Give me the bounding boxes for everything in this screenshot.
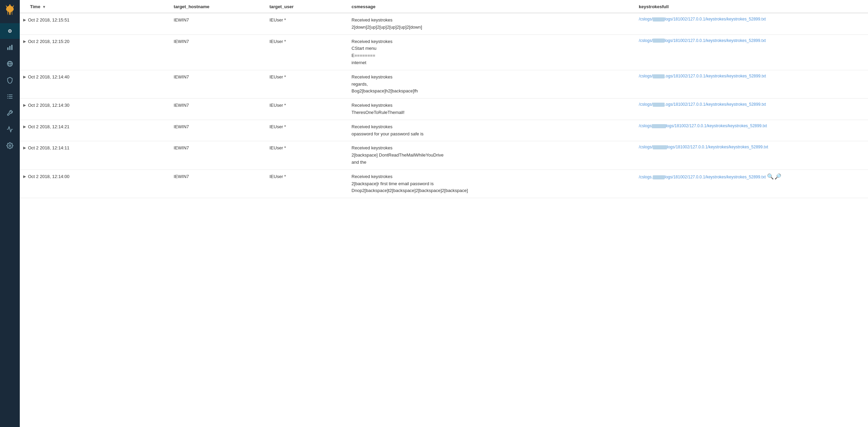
user-cell: IEUser * [266, 141, 348, 170]
keystrokes-link[interactable]: /cslogs/ logs/181002/127.0.0.1/keystroke… [639, 17, 766, 21]
zoom-in-icon[interactable]: 🔍 [767, 173, 774, 180]
zoom-out-icon[interactable]: 🔎 [775, 173, 781, 180]
time-value: Oct 2 2018, 12:14:00 [28, 174, 69, 179]
keystrokes-column-header: keystrokesfull [635, 0, 868, 13]
keystrokes-link[interactable]: /cslogs logs/181002/127.0.0.1/keystrokes… [639, 123, 767, 128]
expand-icon[interactable]: ▶ [23, 74, 26, 79]
table-row: ▶Oct 2 2018, 12:15:20IEWIN7IEUser *Recei… [20, 34, 868, 70]
redacted-text [652, 124, 666, 128]
sidebar-item-globe[interactable] [0, 56, 20, 72]
table-row: ▶Oct 2 2018, 12:15:51IEWIN7IEUser *Recei… [20, 13, 868, 34]
time-header-label: Time [30, 4, 40, 9]
hostname-cell: IEWIN7 [170, 120, 266, 141]
message-line: 2[down]2[up]2[up]2[up]2[up]2[down] [351, 24, 632, 31]
svg-rect-10 [9, 94, 13, 95]
expand-icon[interactable]: ▶ [23, 39, 26, 44]
keystrokes-link[interactable]: /cslogs. logs/181002/127.0.0.1/keystroke… [639, 175, 766, 179]
keystrokes-link[interactable]: /cslogs/ logs/181002/127.0.0.1/keystroke… [639, 145, 768, 149]
message-line: opassword for your password safe is [351, 131, 632, 138]
expand-icon[interactable]: ▶ [23, 145, 26, 150]
table-body: ▶Oct 2 2018, 12:15:51IEWIN7IEUser *Recei… [20, 13, 868, 198]
keystrokes-cell: /cslogs/ .ogs/181002/127.0.0.1/keystroke… [635, 70, 868, 98]
message-line: Bog2[backspace]h2[backspace]fh [351, 88, 632, 95]
keystrokes-cell: /cslogs/ logs/181002/127.0.0.1/keystroke… [635, 34, 868, 70]
sidebar-item-settings[interactable] [0, 138, 20, 153]
time-cell: ▶Oct 2 2018, 12:14:11 [20, 141, 170, 154]
keystrokes-link[interactable]: /cslogs/ .ogs/181002/127.0.0.1/keystroke… [639, 74, 766, 78]
svg-point-0 [9, 4, 11, 6]
expand-icon[interactable]: ▶ [23, 124, 26, 129]
sidebar [0, 0, 20, 427]
hostname-cell: IEWIN7 [170, 99, 266, 120]
time-column-header[interactable]: Time ▼ [20, 0, 170, 13]
sidebar-item-shield[interactable] [0, 72, 20, 88]
sidebar-item-health[interactable] [0, 121, 20, 137]
svg-rect-14 [9, 98, 13, 99]
hostname-cell: IEWIN7 [170, 170, 266, 198]
svg-rect-5 [11, 45, 12, 50]
message-line: E======== [351, 52, 632, 59]
zoom-controls: 🔍🔎 [767, 173, 781, 180]
message-cell: Received keystrokes2[down]2[up]2[up]2[up… [348, 13, 635, 34]
user-cell: IEUser * [266, 170, 348, 198]
time-cell: ▶Oct 2 2018, 12:15:51 [20, 13, 170, 26]
time-value: Oct 2 2018, 12:15:51 [28, 17, 69, 23]
keystrokes-link[interactable]: /cslogs/ .ogs/181002/127.0.0.1/keystroke… [639, 102, 766, 107]
expand-icon[interactable]: ▶ [23, 174, 26, 179]
message-cell: Received keystrokesregards,Bog2[backspac… [348, 70, 635, 98]
redacted-text [653, 145, 667, 149]
message-cell: Received keystrokes 2[backspace]r first … [348, 170, 635, 198]
svg-rect-12 [9, 96, 13, 97]
sidebar-item-analytics[interactable] [0, 40, 20, 55]
heartbeat-icon [6, 126, 13, 133]
logo-icon [4, 4, 16, 16]
keystrokes-cell: /cslogs logs/181002/127.0.0.1/keystrokes… [635, 120, 868, 141]
expand-icon[interactable]: ▶ [23, 103, 26, 107]
svg-point-2 [9, 30, 10, 31]
wrench-icon [6, 109, 13, 116]
message-line: Received keystrokes [351, 173, 632, 180]
keystrokes-cell: /cslogs/ .ogs/181002/127.0.0.1/keystroke… [635, 99, 868, 120]
message-cell: Received keystrokesCStart menuE========i… [348, 34, 635, 70]
time-cell: ▶Oct 2 2018, 12:14:40 [20, 70, 170, 83]
table-row: ▶Oct 2 2018, 12:14:00IEWIN7IEUser *Recei… [20, 170, 868, 198]
hostname-column-header: target_hostname [170, 0, 266, 13]
message-line: Dnop2[backspace]t2[backspace]2[backspace… [351, 187, 632, 194]
keystrokes-link[interactable]: /cslogs/ logs/181002/127.0.0.1/keystroke… [639, 38, 766, 43]
message-line: CStart menu [351, 45, 632, 52]
hostname-cell: IEWIN7 [170, 34, 266, 70]
time-value: Oct 2 2018, 12:14:21 [28, 124, 69, 129]
sidebar-navigation [0, 23, 20, 153]
message-line: and the [351, 159, 632, 166]
svg-rect-13 [8, 98, 9, 99]
message-line: TheresOneToRuleThemall! [351, 109, 632, 116]
keystrokes-cell: /cslogs/ logs/181002/127.0.0.1/keystroke… [635, 13, 868, 34]
sidebar-item-wrench[interactable] [0, 105, 20, 121]
user-cell: IEUser * [266, 34, 348, 70]
user-cell: IEUser * [266, 120, 348, 141]
message-line: internet [351, 59, 632, 67]
list-icon [6, 93, 13, 100]
message-line: 2[backspace]r first time email password … [351, 180, 632, 188]
message-line: 2[backspace] DontReadTheMailWhileYouDriv… [351, 152, 632, 159]
hostname-cell: IEWIN7 [170, 70, 266, 98]
settings-icon [6, 142, 13, 149]
time-value: Oct 2 2018, 12:14:11 [28, 145, 69, 150]
redacted-text [653, 175, 665, 179]
redacted-text [653, 103, 665, 107]
user-cell: IEUser * [266, 13, 348, 34]
hostname-cell: IEWIN7 [170, 13, 266, 34]
svg-rect-4 [9, 46, 10, 50]
message-column-header: csmessage [348, 0, 635, 13]
main-content: Time ▼ target_hostname target_user csmes… [20, 0, 868, 427]
redacted-text [653, 17, 665, 21]
message-line: Received keystrokes [351, 145, 632, 152]
dashboard-icon [6, 28, 13, 34]
message-line: Received keystrokes [351, 123, 632, 131]
sidebar-item-dashboard[interactable] [0, 23, 20, 39]
expand-icon[interactable]: ▶ [23, 17, 26, 22]
shield-icon [6, 77, 13, 84]
globe-icon [6, 60, 13, 67]
sidebar-item-list[interactable] [0, 89, 20, 104]
events-table: Time ▼ target_hostname target_user csmes… [20, 0, 868, 198]
